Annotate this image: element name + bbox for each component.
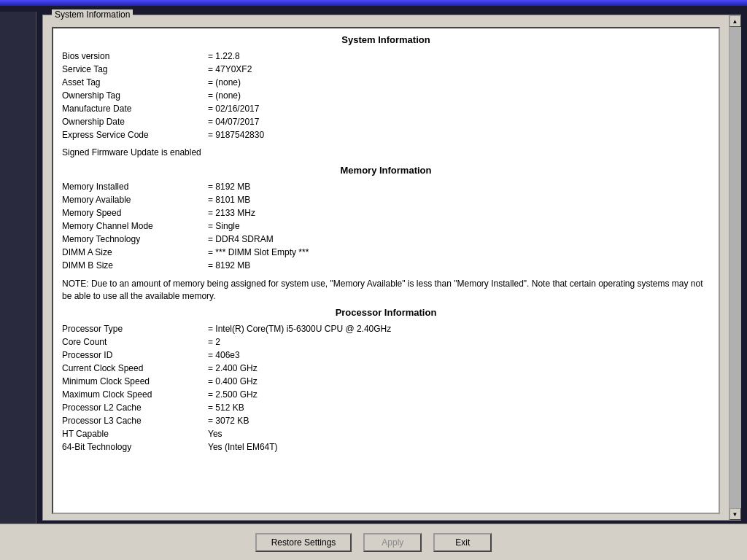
dimm-b-label: DIMM B Size (62, 259, 208, 272)
ht-capable-label: HT Capable (62, 427, 208, 440)
outer-panel-title: System Information (52, 9, 133, 20)
core-count-value: = 2 (208, 335, 220, 349)
memory-available-label: Memory Available (62, 193, 208, 206)
memory-channel-value: = Single (208, 219, 240, 233)
min-clock-value: = 0.400 GHz (208, 375, 258, 388)
bottom-bar: Restore Settings Apply Exit (0, 524, 747, 560)
table-row: Processor L3 Cache = 3072 KB (62, 414, 710, 427)
scroll-up-arrow[interactable]: ▲ (729, 15, 741, 27)
processor-info-table: Processor Type = Intel(R) Core(TM) i5-63… (62, 322, 710, 454)
outer-panel: System Information System Information Bi… (42, 15, 741, 521)
max-clock-label: Maximum Clock Speed (62, 388, 208, 401)
express-service-label: Express Service Code (62, 128, 208, 141)
table-row: Ownership Tag = (none) (62, 89, 710, 102)
processor-id-value: = 406e3 (208, 349, 240, 362)
bit-tech-value: Yes (Intel EM64T) (208, 440, 278, 454)
core-count-label: Core Count (62, 335, 208, 349)
ownership-tag-value: = (none) (208, 89, 241, 102)
table-row: Memory Channel Mode = Single (62, 219, 710, 233)
l2-cache-label: Processor L2 Cache (62, 401, 208, 414)
ownership-date-value: = 04/07/2017 (208, 115, 259, 128)
ownership-date-label: Ownership Date (62, 115, 208, 128)
left-sidebar (0, 12, 36, 524)
dimm-b-value: = 8192 MB (208, 259, 250, 272)
content-area: System Information System Information Bi… (36, 12, 747, 524)
inner-panel[interactable]: System Information Bios version = 1.22.8… (52, 27, 720, 514)
current-clock-label: Current Clock Speed (62, 362, 208, 375)
table-row: Current Clock Speed = 2.400 GHz (62, 362, 710, 375)
table-row: Minimum Clock Speed = 0.400 GHz (62, 375, 710, 388)
table-row: Memory Installed = 8192 MB (62, 180, 710, 193)
processor-info-title: Processor Information (62, 307, 710, 318)
memory-available-value: = 8101 MB (208, 193, 250, 206)
scrollbar[interactable]: ▲ ▼ (729, 15, 740, 520)
processor-id-label: Processor ID (62, 349, 208, 362)
l3-cache-value: = 3072 KB (208, 414, 249, 427)
min-clock-label: Minimum Clock Speed (62, 375, 208, 388)
apply-button[interactable]: Apply (363, 533, 422, 552)
service-tag-value: = 47Y0XF2 (208, 63, 252, 76)
asset-tag-label: Asset Tag (62, 76, 208, 89)
memory-channel-label: Memory Channel Mode (62, 219, 208, 233)
table-row: Memory Speed = 2133 MHz (62, 206, 710, 219)
table-row: Core Count = 2 (62, 335, 710, 349)
firmware-note: Signed Firmware Update is enabled (62, 147, 710, 158)
inner-content: System Information Bios version = 1.22.8… (43, 15, 740, 520)
memory-installed-value: = 8192 MB (208, 180, 250, 193)
table-row: Express Service Code = 9187542830 (62, 128, 710, 141)
table-row: DIMM B Size = 8192 MB (62, 259, 710, 272)
table-row: Bios version = 1.22.8 (62, 50, 710, 63)
memory-speed-value: = 2133 MHz (208, 206, 255, 219)
table-row: Processor L2 Cache = 512 KB (62, 401, 710, 414)
table-row: Manufacture Date = 02/16/2017 (62, 102, 710, 115)
table-row: 64-Bit Technology Yes (Intel EM64T) (62, 440, 710, 454)
ht-capable-value: Yes (208, 427, 222, 440)
memory-installed-label: Memory Installed (62, 180, 208, 193)
memory-tech-label: Memory Technology (62, 233, 208, 246)
max-clock-value: = 2.500 GHz (208, 388, 258, 401)
memory-tech-value: = DDR4 SDRAM (208, 233, 274, 246)
exit-button[interactable]: Exit (433, 533, 492, 552)
system-info-title: System Information (62, 34, 710, 45)
scroll-down-arrow[interactable]: ▼ (729, 508, 741, 520)
processor-type-value: = Intel(R) Core(TM) i5-6300U CPU @ 2.40G… (208, 322, 391, 335)
main-area: System Information System Information Bi… (0, 6, 747, 524)
table-row: DIMM A Size = *** DIMM Slot Empty *** (62, 246, 710, 259)
restore-settings-button[interactable]: Restore Settings (255, 533, 352, 552)
dimm-a-value: = *** DIMM Slot Empty *** (208, 246, 309, 259)
table-row: Memory Technology = DDR4 SDRAM (62, 233, 710, 246)
asset-tag-value: = (none) (208, 76, 241, 89)
manufacture-date-value: = 02/16/2017 (208, 102, 259, 115)
l2-cache-value: = 512 KB (208, 401, 244, 414)
system-info-table: Bios version = 1.22.8 Service Tag = 47Y0… (62, 50, 710, 141)
scroll-track[interactable] (729, 27, 741, 508)
bios-value: = 1.22.8 (208, 50, 240, 63)
express-service-value: = 9187542830 (208, 128, 264, 141)
bios-label: Bios version (62, 50, 208, 63)
manufacture-date-label: Manufacture Date (62, 102, 208, 115)
memory-speed-label: Memory Speed (62, 206, 208, 219)
processor-type-label: Processor Type (62, 322, 208, 335)
ownership-tag-label: Ownership Tag (62, 89, 208, 102)
current-clock-value: = 2.400 GHz (208, 362, 258, 375)
table-row: Ownership Date = 04/07/2017 (62, 115, 710, 128)
memory-info-table: Memory Installed = 8192 MB Memory Availa… (62, 180, 710, 272)
table-row: Service Tag = 47Y0XF2 (62, 63, 710, 76)
service-tag-label: Service Tag (62, 63, 208, 76)
table-row: Memory Available = 8101 MB (62, 193, 710, 206)
table-row: Processor ID = 406e3 (62, 349, 710, 362)
table-row: Maximum Clock Speed = 2.500 GHz (62, 388, 710, 401)
l3-cache-label: Processor L3 Cache (62, 414, 208, 427)
dimm-a-label: DIMM A Size (62, 246, 208, 259)
top-bar (0, 0, 747, 6)
table-row: HT Capable Yes (62, 427, 710, 440)
memory-note: NOTE: Due to an amount of memory being a… (62, 278, 710, 303)
table-row: Processor Type = Intel(R) Core(TM) i5-63… (62, 322, 710, 335)
memory-info-title: Memory Information (62, 165, 710, 176)
bit-tech-label: 64-Bit Technology (62, 440, 208, 454)
table-row: Asset Tag = (none) (62, 76, 710, 89)
